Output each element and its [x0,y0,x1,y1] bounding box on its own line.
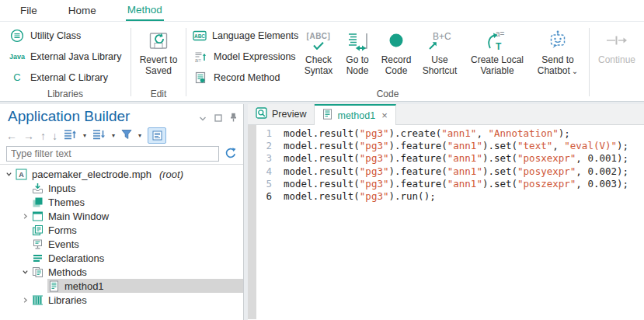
pin-icon[interactable] [230,113,237,124]
ribbon-tab-method[interactable]: Method [126,0,164,21]
language-elements-icon: ABC [193,30,207,41]
code-line-3[interactable]: model.result("pg3").feature("ann1").set(… [284,152,628,165]
external-java-library-button[interactable]: Java External Java Library [0,46,131,67]
chevron-down-icon: ⌄ [572,67,578,75]
tree-item-declarations[interactable]: Declarations [0,251,243,265]
code-group-label: Code [186,89,589,99]
revert-to-saved-icon [146,26,171,54]
svg-text:a=: a= [496,30,505,38]
check-syntax-button[interactable]: [ABC] Check Syntax [300,25,337,88]
tab-method1[interactable]: method1 × [315,104,395,125]
down-arrow-icon[interactable]: ↓ [52,130,57,141]
forward-arrow-icon[interactable]: → [23,130,34,141]
code-text: model.result( [284,140,360,151]
tree-item-forms[interactable]: Forms [0,223,243,237]
code-line-4[interactable]: model.result("pg3").feature("ann1").set(… [284,165,628,178]
tree-item-methods[interactable]: Methods [0,265,243,279]
tree-item-content[interactable]: Apacemaker_electrode.mph(root) [15,167,243,181]
create-local-variable-button[interactable]: a=T Create Local Variable [465,25,530,88]
code-string: "ann1" [447,178,482,190]
move-up-list-icon[interactable] [64,129,77,142]
code-string: "Annotation" [488,127,558,139]
tree-item-content[interactable]: Methods [31,265,243,279]
ribbon: File Home Method Utility Class Java Exte… [0,0,644,102]
ribbon-tab-home[interactable]: Home [67,0,98,21]
up-arrow-icon[interactable]: ↑ [40,130,46,141]
chevron-down-icon[interactable]: ▾ [83,132,86,139]
create-local-variable-icon: a=T [486,26,509,54]
tree-item-pacemaker-electrode-mph[interactable]: Apacemaker_electrode.mph(root) [0,167,243,181]
model-expressions-icon: a= [193,50,208,63]
edit-group: Revert to Saved Edit [131,22,186,101]
move-down-list-icon[interactable] [92,129,106,142]
panel-menu-chevron-icon[interactable] [199,113,207,124]
tree-item-content[interactable]: Forms [31,223,243,237]
chevron-down-icon[interactable]: ▾ [112,132,115,139]
go-to-node-icon [347,26,368,54]
use-shortcut-icon: B+C [426,26,453,54]
tree-item-content[interactable]: Libraries [31,293,243,307]
code-line-5[interactable]: model.result("pg3").feature("ann1").set(… [284,178,628,190]
tree-item-main-window[interactable]: Main Window [0,209,243,223]
record-method-button[interactable]: Record Method [186,67,297,88]
tree-item-method1[interactable]: method1 [0,279,243,293]
code-line-6[interactable]: model.result("pg3").run(); [284,190,628,203]
external-c-library-button[interactable]: C External C Library [0,67,131,88]
method-icon [48,280,60,292]
back-arrow-icon[interactable]: ← [6,130,17,141]
utility-class-button[interactable]: Utility Class [0,25,131,46]
tree-item-content[interactable]: method1 [47,279,243,293]
send-to-chatbot-label: Send to Chatbot [538,54,574,76]
use-shortcut-button[interactable]: B+C Use Shortcut [418,25,461,88]
language-elements-button[interactable]: ABC Language Elements [186,25,297,46]
chevron-down-icon[interactable] [19,269,31,276]
tree-item-events[interactable]: Events [0,237,243,251]
libraries-group: Utility Class Java External Java Library… [0,22,131,101]
tree-item-label: pacemaker_electrode.mph [32,169,151,180]
tree-item-inputs[interactable]: Inputs [0,181,243,195]
java-icon: Java [9,53,25,61]
code-line-1[interactable]: model.result("pg3").create("ann1", "Anno… [284,127,628,140]
revert-to-saved-label: Revert to Saved [134,54,183,76]
continue-label: Continue [598,54,635,65]
chevron-down-icon[interactable]: ▾ [138,132,141,139]
chevron-right-icon[interactable] [19,213,31,220]
record-code-button[interactable]: Record Code [378,25,415,88]
code-text: model.result( [284,152,360,164]
forms-icon [32,224,44,236]
tab-preview[interactable]: Preview [248,104,315,124]
preview-icon [256,107,267,121]
tree-item-content[interactable]: Inputs [31,181,243,195]
code-line-2[interactable]: model.result("pg3").feature("ann1").set(… [284,140,628,152]
tree-item-themes[interactable]: Themes [0,195,243,209]
send-to-chatbot-button[interactable]: Send to Chatbot⌄ [533,25,583,88]
code-text: , 0.001); [576,152,628,164]
close-icon[interactable]: × [381,110,388,121]
chevron-right-icon[interactable] [19,297,31,304]
code-editor[interactable]: model.result("pg3").create("ann1", "Anno… [277,125,628,319]
show-details-toggle[interactable] [148,127,166,144]
model-expressions-button[interactable]: a= Model Expressions [186,46,297,67]
code-text: ); [617,140,628,151]
chevron-down-icon[interactable] [3,171,15,178]
go-to-node-button[interactable]: Go to Node [340,25,374,88]
refresh-icon[interactable] [225,147,237,162]
code-text: model.result( [284,178,360,190]
tree-item-label: Forms [48,224,77,236]
tree-item-content[interactable]: Main Window [31,209,243,223]
ribbon-tab-file[interactable]: File [19,0,39,21]
float-window-icon[interactable] [214,113,222,124]
code-string: "pg3" [360,165,389,177]
method-doc-icon [322,109,332,122]
record-method-icon [193,71,208,84]
tree-item-libraries[interactable]: Libraries [0,293,243,307]
continue-button[interactable]: Continue [592,25,642,101]
tree-item-content[interactable]: Declarations [31,251,243,265]
tree-item-content[interactable]: Themes [31,195,243,209]
filter-input[interactable] [6,146,219,162]
code-text: ).feature( [388,178,447,190]
create-local-variable-label: Create Local Variable [465,54,530,76]
tree-item-content[interactable]: Events [31,237,243,251]
tree-item-suffix: (root) [159,169,183,180]
filter-icon[interactable] [121,129,132,142]
